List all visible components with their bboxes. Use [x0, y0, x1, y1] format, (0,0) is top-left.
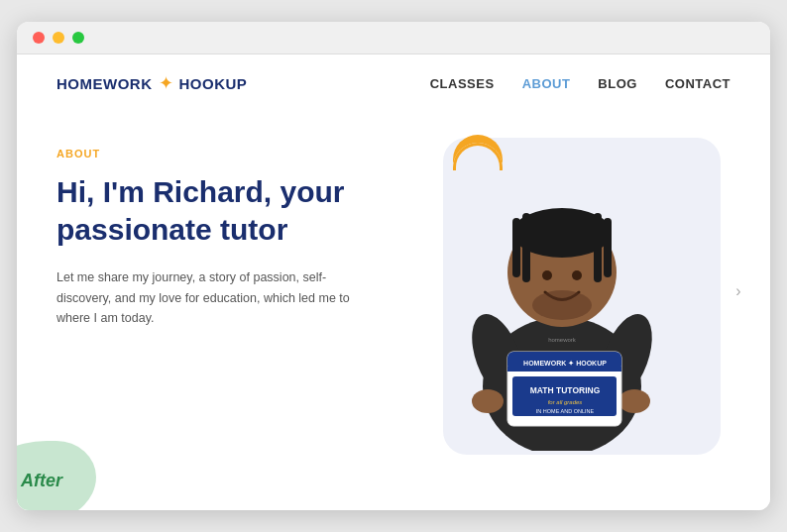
logo[interactable]: HOMEWORK ✦ HOOKUP	[56, 72, 247, 94]
nav-classes[interactable]: CLASSES	[430, 76, 495, 91]
left-content: ABOUT Hi, I'm Richard, your passionate t…	[56, 128, 394, 455]
after-label: After	[21, 471, 62, 491]
page-content: HOMEWORK ✦ HOOKUP CLASSES ABOUT BLOG CON…	[17, 54, 770, 510]
browser-window: HOMEWORK ✦ HOOKUP CLASSES ABOUT BLOG CON…	[17, 22, 770, 510]
next-arrow[interactable]: ›	[727, 279, 750, 303]
logo-star-icon: ✦	[159, 72, 173, 94]
svg-text:MATH TUTORING: MATH TUTORING	[530, 385, 601, 395]
tutor-svg: HOMEWORK ✦ HOOKUP MATH TUTORING for all …	[448, 159, 676, 455]
after-blob: After	[17, 441, 96, 510]
svg-point-13	[618, 389, 650, 413]
svg-rect-8	[594, 213, 602, 282]
browser-chrome	[17, 22, 770, 54]
tutor-image: HOMEWORK ✦ HOOKUP MATH TUTORING for all …	[433, 148, 691, 455]
logo-text-right: HOOKUP	[179, 75, 248, 92]
svg-rect-7	[522, 213, 530, 282]
svg-point-2	[542, 270, 552, 280]
nav-about[interactable]: ABOUT	[522, 76, 571, 91]
maximize-dot[interactable]	[72, 32, 84, 44]
right-content: ›	[394, 128, 731, 455]
svg-rect-6	[512, 218, 520, 277]
navigation: HOMEWORK ✦ HOOKUP CLASSES ABOUT BLOG CON…	[17, 54, 770, 108]
nav-blog[interactable]: BLOG	[598, 76, 637, 91]
main-section: ABOUT Hi, I'm Richard, your passionate t…	[17, 108, 770, 484]
svg-point-4	[532, 290, 592, 320]
svg-rect-16	[507, 367, 621, 372]
logo-text-left: HOMEWORK	[56, 75, 153, 92]
close-dot[interactable]	[33, 32, 45, 44]
nav-links: CLASSES ABOUT BLOG CONTACT	[430, 76, 731, 91]
svg-text:homework: homework	[548, 337, 577, 343]
hero-title: Hi, I'm Richard, your passionate tutor	[56, 173, 394, 248]
svg-text:HOMEWORK ✦ HOOKUP: HOMEWORK ✦ HOOKUP	[523, 360, 607, 367]
svg-text:for all grades: for all grades	[548, 399, 583, 405]
minimize-dot[interactable]	[53, 32, 64, 44]
svg-rect-9	[604, 218, 612, 277]
svg-point-3	[572, 270, 582, 280]
svg-point-12	[472, 389, 504, 413]
hero-description: Let me share my journey, a story of pass…	[56, 267, 354, 329]
about-label: ABOUT	[56, 148, 394, 160]
svg-text:IN HOME AND ONLINE: IN HOME AND ONLINE	[536, 408, 595, 414]
nav-contact[interactable]: CONTACT	[665, 76, 731, 91]
